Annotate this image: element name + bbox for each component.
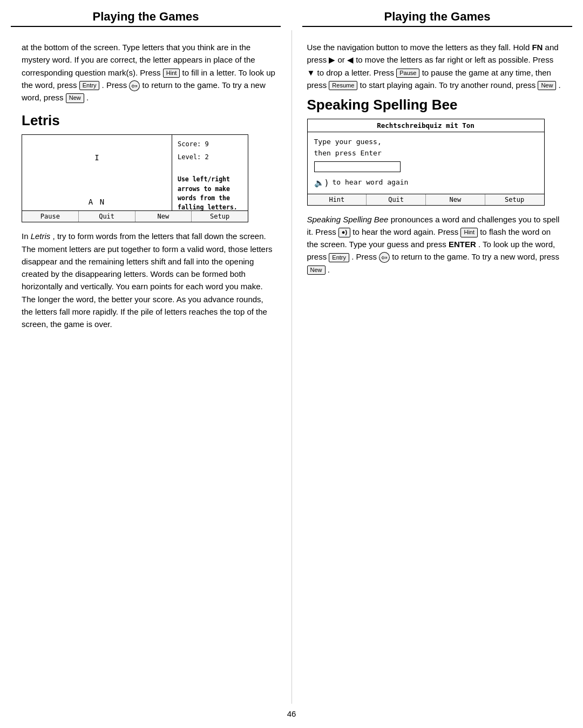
bee-game-text: to return to the game. To try a new word… [392,252,559,261]
letris-falling-letters: A N [89,198,105,206]
bee-new-button-inline[interactable]: New [307,266,326,275]
pause-button-inline[interactable]: Pause [396,69,419,78]
bee-description: Speaking Spelling Bee pronounces a word … [307,213,562,276]
page-number: 46 [0,704,583,728]
bee-title-italic: Speaking Spelling Bee [307,215,389,224]
bee-entry-button-inline[interactable]: Entry [329,253,349,262]
letris-level-line: Level: 2 [178,152,242,162]
bee-toolbar: Hint Quit New Setup [308,194,544,205]
letris-score-line: Score: 9 [178,139,242,149]
left-intro-paragraph: at the bottom of the screen. Type letter… [22,41,276,104]
page: Playing the Games Playing the Games at t… [0,0,583,728]
left-press-text: . Press [102,80,127,90]
bee-return-arrow-icon: ⇦ [379,252,390,263]
right-column: Use the navigation button to move the le… [292,30,584,704]
new-button-inline-right[interactable]: New [538,81,556,90]
entry-button-inline[interactable]: Entry [79,81,100,90]
bee-return-text: . Press [351,252,377,261]
right-resume-text: to start playing again. To try another r… [360,80,536,90]
right-end-text: . [559,80,561,90]
header-right-divider [302,26,572,27]
resume-button-inline[interactable]: Resume [329,81,357,90]
bee-box-header: Rechtschreibquiz mit Ton [308,119,544,132]
letris-setup-btn[interactable]: Setup [192,211,248,222]
new-button-inline-left[interactable]: New [66,93,84,103]
letris-desc2: , try to form words from the letters tha… [22,232,272,329]
letris-pause-btn[interactable]: Pause [22,211,79,222]
bee-input-area[interactable] [314,161,401,172]
right-intro-paragraph: Use the navigation button to move the le… [307,41,562,91]
bee-enter-bold: ENTER [449,240,476,249]
bee-game-box: Rechtschreibquiz mit Ton Type your guess… [307,119,545,206]
letris-game-box: I A N Score: 9 Level: 2 Use left/ [22,134,248,222]
bee-quit-btn[interactable]: Quit [367,194,426,205]
header-left-title: Playing the Games [11,10,281,24]
letris-info-panel: Score: 9 Level: 2 Use left/right arrows … [172,135,248,210]
letris-score-label: Score: [178,140,201,148]
return-arrow-icon: ⇦ [129,80,140,91]
left-end-text: . [86,93,89,102]
letris-level-val: 2 [205,153,209,161]
letris-title-italic: Letris [31,232,51,241]
content-row: at the bottom of the screen. Type letter… [0,30,583,704]
letris-play-area: I A N [22,135,172,210]
letris-title: Letris [22,112,276,129]
right-intro-text: Use the navigation button to move the le… [307,43,530,52]
bee-hint-button-inline[interactable]: Hint [460,228,478,237]
bee-hear-text: to hear word again [333,177,409,188]
bee-line1: Type your guess, [314,137,538,148]
letris-score-val: 9 [205,140,209,148]
header-left: Playing the Games [0,0,292,30]
letris-inner: I A N Score: 9 Level: 2 Use left/ [22,135,248,210]
header-right-title: Playing the Games [302,10,572,24]
header-right: Playing the Games [292,0,583,30]
fn-bold: FN [532,43,543,52]
bee-hear-button[interactable]: ●) [338,228,350,237]
left-column: at the bottom of the screen. Type letter… [0,30,292,704]
bee-box-body: Type your guess, then press Enter 🔈) to … [308,132,544,194]
letris-level-label: Level: [178,153,201,161]
letris-instructions: Use left/right arrows to make words from… [178,175,242,212]
bee-hear-line: 🔈) to hear word again [314,176,538,189]
bee-end: . [328,265,330,274]
header-left-divider [11,26,281,27]
letris-cursor: I [94,153,99,162]
bee-title: Speaking Spelling Bee [307,97,562,113]
bee-hear-text2: to hear the word again. Press [352,227,458,236]
bee-new-btn[interactable]: New [426,194,485,205]
bee-hint-btn[interactable]: Hint [308,194,367,205]
hint-button-inline[interactable]: Hint [163,69,180,78]
letris-toolbar: Pause Quit New Setup [22,210,248,222]
header-row: Playing the Games Playing the Games [0,0,583,30]
letris-quit-btn[interactable]: Quit [79,211,135,222]
bee-line2: then press Enter [314,148,538,159]
bee-setup-btn[interactable]: Setup [485,194,544,205]
letris-description: In Letris , try to form words from the l… [22,230,276,330]
speaker-icon: 🔈) [314,176,329,189]
letris-desc1: In [22,232,29,241]
letris-new-btn[interactable]: New [135,211,192,222]
